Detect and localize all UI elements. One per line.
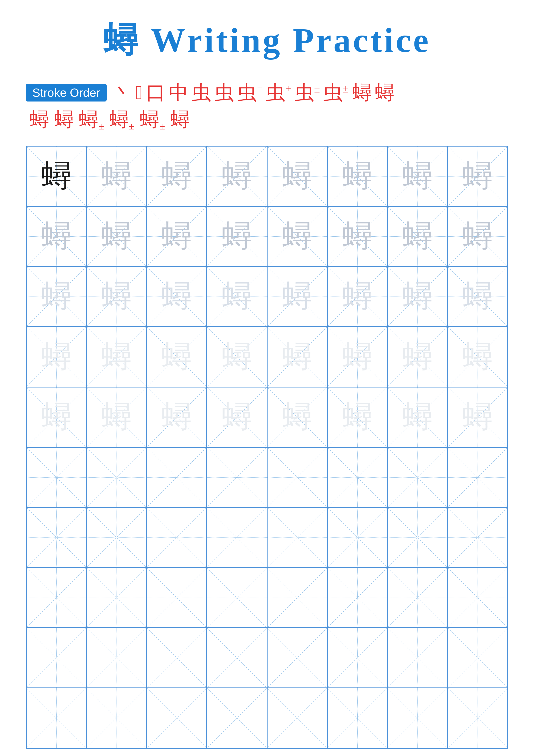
grid-cell-8-5[interactable] <box>267 568 327 628</box>
grid-cell-7-2[interactable] <box>87 507 146 567</box>
grid-cell-10-3[interactable] <box>147 688 207 748</box>
grid-cell-7-6[interactable] <box>327 507 387 567</box>
grid-cell-10-7[interactable] <box>387 688 447 748</box>
grid-cell-4-2[interactable]: 蟳 <box>87 327 146 387</box>
grid-cell-1-5[interactable]: 蟳 <box>267 146 327 206</box>
grid-cell-5-4[interactable]: 蟳 <box>207 387 267 447</box>
grid-cell-4-6[interactable]: 蟳 <box>327 327 387 387</box>
grid-cell-9-2[interactable] <box>87 628 146 688</box>
practice-char: 蟳 <box>162 276 192 317</box>
grid-cell-1-7[interactable]: 蟳 <box>387 146 447 206</box>
grid-cell-10-8[interactable] <box>447 688 508 748</box>
grid-cell-2-5[interactable]: 蟳 <box>267 206 327 266</box>
grid-cell-5-1[interactable]: 蟳 <box>26 387 87 447</box>
grid-cell-9-6[interactable] <box>327 628 387 688</box>
svg-line-151 <box>207 688 267 747</box>
grid-cell-1-4[interactable]: 蟳 <box>207 146 267 206</box>
grid-cell-2-2[interactable]: 蟳 <box>87 206 146 266</box>
grid-cell-7-4[interactable] <box>207 507 267 567</box>
grid-cell-9-7[interactable] <box>387 628 447 688</box>
grid-cell-8-4[interactable] <box>207 568 267 628</box>
grid-cell-3-1[interactable]: 蟳 <box>26 267 87 327</box>
grid-cell-10-6[interactable] <box>327 688 387 748</box>
grid-cell-2-7[interactable]: 蟳 <box>387 206 447 266</box>
grid-cell-6-7[interactable] <box>387 447 447 507</box>
svg-line-81 <box>27 447 86 507</box>
stroke-step-15: 蟳± <box>79 106 104 133</box>
practice-char: 蟳 <box>463 337 493 377</box>
grid-cell-7-3[interactable] <box>147 507 207 567</box>
grid-cell-9-8[interactable] <box>447 628 508 688</box>
grid-cell-8-6[interactable] <box>327 568 387 628</box>
grid-cell-5-3[interactable]: 蟳 <box>147 387 207 447</box>
svg-line-115 <box>87 568 146 627</box>
grid-cell-6-6[interactable] <box>327 447 387 507</box>
grid-cell-3-5[interactable]: 蟳 <box>267 267 327 327</box>
practice-char: 蟳 <box>222 216 252 257</box>
grid-cell-9-4[interactable] <box>207 628 267 688</box>
grid-cell-6-3[interactable] <box>147 447 207 507</box>
grid-cell-1-8[interactable]: 蟳 <box>447 146 508 206</box>
grid-cell-6-5[interactable] <box>267 447 327 507</box>
grid-cell-5-8[interactable]: 蟳 <box>447 387 508 447</box>
svg-line-87 <box>207 447 267 507</box>
grid-cell-8-2[interactable] <box>87 568 146 628</box>
grid-cell-1-6[interactable]: 蟳 <box>327 146 387 206</box>
stroke-step-12: 蟳 <box>375 81 394 104</box>
grid-cell-10-4[interactable] <box>207 688 267 748</box>
grid-cell-5-5[interactable]: 蟳 <box>267 387 327 447</box>
svg-line-143 <box>448 628 507 688</box>
grid-cell-7-7[interactable] <box>387 507 447 567</box>
grid-cell-2-3[interactable]: 蟳 <box>147 206 207 266</box>
grid-cell-1-1[interactable]: 蟳 <box>26 146 87 206</box>
grid-cell-4-3[interactable]: 蟳 <box>147 327 207 387</box>
grid-cell-3-4[interactable]: 蟳 <box>207 267 267 327</box>
stroke-order-badge: Stroke Order <box>26 84 107 101</box>
grid-cell-7-8[interactable] <box>447 507 508 567</box>
grid-cell-1-2[interactable]: 蟳 <box>87 146 146 206</box>
grid-cell-10-2[interactable] <box>87 688 146 748</box>
grid-cell-10-1[interactable] <box>26 688 87 748</box>
svg-line-156 <box>388 688 447 747</box>
grid-cell-7-1[interactable] <box>26 507 87 567</box>
grid-cell-9-1[interactable] <box>26 628 87 688</box>
grid-cell-3-2[interactable]: 蟳 <box>87 267 146 327</box>
stroke-step-16: 蟳± <box>109 106 135 133</box>
svg-line-120 <box>267 568 327 627</box>
grid-cell-5-6[interactable]: 蟳 <box>327 387 387 447</box>
grid-cell-3-6[interactable]: 蟳 <box>327 267 387 327</box>
grid-cell-8-8[interactable] <box>447 568 508 628</box>
grid-cell-2-4[interactable]: 蟳 <box>207 206 267 266</box>
grid-cell-4-4[interactable]: 蟳 <box>207 327 267 387</box>
grid-cell-7-5[interactable] <box>267 507 327 567</box>
grid-cell-5-7[interactable]: 蟳 <box>387 387 447 447</box>
grid-cell-3-8[interactable]: 蟳 <box>447 267 508 327</box>
grid-cell-4-7[interactable]: 蟳 <box>387 327 447 387</box>
grid-cell-6-4[interactable] <box>207 447 267 507</box>
svg-line-105 <box>267 508 327 567</box>
svg-line-101 <box>147 508 206 567</box>
practice-char: 蟳 <box>101 276 132 317</box>
grid-cell-4-1[interactable]: 蟳 <box>26 327 87 387</box>
grid-cell-6-2[interactable] <box>87 447 146 507</box>
grid-cell-2-8[interactable]: 蟳 <box>447 206 508 266</box>
svg-line-155 <box>328 688 387 747</box>
grid-cell-9-3[interactable] <box>147 628 207 688</box>
grid-cell-3-3[interactable]: 蟳 <box>147 267 207 327</box>
grid-cell-6-8[interactable] <box>447 447 508 507</box>
grid-cell-4-5[interactable]: 蟳 <box>267 327 327 387</box>
grid-cell-9-5[interactable] <box>267 628 327 688</box>
stroke-step-10: 虫± <box>323 81 348 104</box>
grid-cell-6-1[interactable] <box>26 447 87 507</box>
grid-cell-8-3[interactable] <box>147 568 207 628</box>
grid-cell-2-6[interactable]: 蟳 <box>327 206 387 266</box>
grid-cell-3-7[interactable]: 蟳 <box>387 267 447 327</box>
grid-cell-2-1[interactable]: 蟳 <box>26 206 87 266</box>
practice-char: 蟳 <box>41 276 71 317</box>
grid-cell-1-3[interactable]: 蟳 <box>147 146 207 206</box>
grid-cell-8-7[interactable] <box>387 568 447 628</box>
grid-cell-5-2[interactable]: 蟳 <box>87 387 146 447</box>
grid-cell-8-1[interactable] <box>26 568 87 628</box>
grid-cell-4-8[interactable]: 蟳 <box>447 327 508 387</box>
grid-cell-10-5[interactable] <box>267 688 327 748</box>
